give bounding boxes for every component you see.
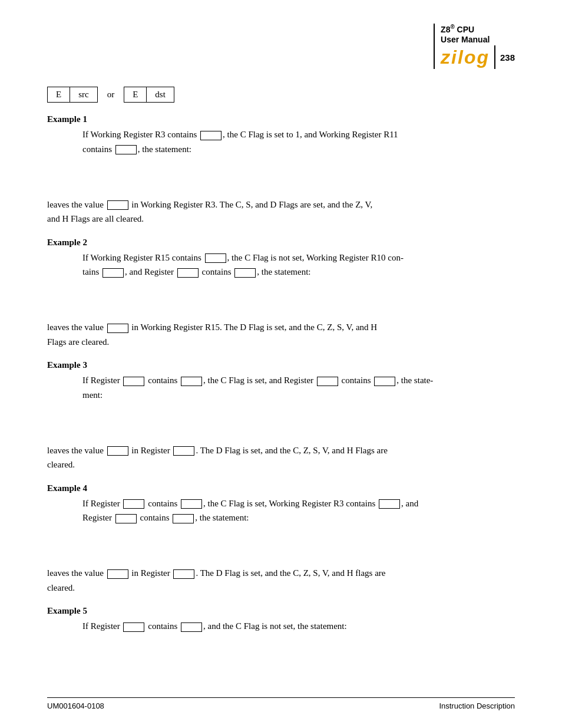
ex1-result-val <box>107 200 128 210</box>
header: Z8® CPU User Manual zilog 238 <box>47 24 515 69</box>
example-3-block: Example 3 If Register contains , the C F… <box>47 360 515 472</box>
example-4-result2: cleared. <box>47 581 515 595</box>
ex4-result-val <box>107 569 128 579</box>
diagram-cell-src: src <box>70 87 97 102</box>
product-name: Z8 <box>441 25 450 34</box>
ex3-val1 <box>181 377 202 386</box>
ex5-reg1 <box>123 622 144 632</box>
example-3-result1: leaves the value in Register . The D Fla… <box>47 444 515 457</box>
ex2-reg <box>177 268 199 278</box>
example-1-code <box>82 162 515 174</box>
header-block: Z8® CPU User Manual zilog 238 <box>434 24 515 69</box>
main-content: Example 1 If Working Register R3 contain… <box>47 114 515 633</box>
example-3-text1: If Register contains , the C Flag is set… <box>82 374 515 387</box>
example-1-block: Example 1 If Working Register R3 contain… <box>47 114 515 226</box>
example-1-heading: Example 1 <box>47 114 515 124</box>
example-2-heading: Example 2 <box>47 238 515 248</box>
footer-section: Instruction Description <box>439 701 515 710</box>
logo-page-row: zilog 238 <box>441 45 515 69</box>
example-4-text2: Register contains , the statement: <box>82 511 515 525</box>
ex4-result-reg <box>173 569 194 579</box>
diagram-cell-e2: E <box>124 87 147 102</box>
example-3-text2: ment: <box>82 388 515 402</box>
header-title: Z8® CPU <box>441 24 515 35</box>
example-4-code <box>82 531 515 543</box>
example-4-block: Example 4 If Register contains , the C F… <box>47 483 515 595</box>
ex3-reg1 <box>123 377 144 386</box>
product-type: CPU <box>457 25 475 34</box>
diagram-cell-dst: dst <box>147 87 174 102</box>
example-2-text2: tains , and Register contains , the stat… <box>82 265 515 279</box>
example-2-code <box>82 285 515 297</box>
diagram-cell-e1: E <box>48 87 70 102</box>
instruction-diagram: E src or E dst <box>47 87 515 103</box>
example-1-text2: contains , the statement: <box>82 143 515 156</box>
manual-label: User Manual <box>441 35 515 44</box>
registered-mark: ® <box>450 24 454 30</box>
ex1-val2 <box>115 145 137 154</box>
ex3-val2 <box>374 377 395 386</box>
ex4-val2 <box>379 499 400 509</box>
ex2-val2 <box>103 268 124 278</box>
example-2-result2: Flags are cleared. <box>47 335 515 349</box>
example-1-result1: leaves the value in Working Register R3.… <box>47 198 515 212</box>
ex3-result-val <box>107 446 128 456</box>
example-2-text1: If Working Register R15 contains , the C… <box>82 251 515 265</box>
ex3-reg2 <box>317 377 338 386</box>
ex2-val3 <box>234 268 256 278</box>
ex4-reg2 <box>115 514 137 523</box>
header-text-block: Z8® CPU User Manual zilog 238 <box>434 24 515 69</box>
zilog-logo: zilog <box>441 47 490 68</box>
page: Z8® CPU User Manual zilog 238 E src or E… <box>0 0 562 728</box>
example-4-result1: leaves the value in Register . The D Fla… <box>47 566 515 580</box>
example-4-code2 <box>82 549 515 561</box>
example-3-code <box>82 407 515 420</box>
ex2-val1 <box>205 253 226 263</box>
example-1-text1: If Working Register R3 contains , the C … <box>82 128 515 141</box>
ex3-result-reg <box>173 446 194 456</box>
example-2-block: Example 2 If Working Register R15 contai… <box>47 238 515 349</box>
example-5-heading: Example 5 <box>47 606 515 616</box>
ex5-val1 <box>181 622 202 632</box>
ex4-val1 <box>181 499 202 509</box>
page-number: 238 <box>494 45 515 69</box>
ex2-result-val <box>107 324 128 333</box>
example-4-text1: If Register contains , the C Flag is set… <box>82 497 515 510</box>
example-3-heading: Example 3 <box>47 360 515 370</box>
example-1-result2: and H Flags are all cleared. <box>47 212 515 226</box>
footer-doc-id: UM001604-0108 <box>47 701 104 710</box>
example-5-block: Example 5 If Register contains , and the… <box>47 606 515 633</box>
diagram-or: or <box>107 90 115 100</box>
ex4-reg1 <box>123 499 144 509</box>
ex1-val1 <box>200 131 222 140</box>
example-3-code2 <box>82 426 515 438</box>
example-1-code2 <box>82 180 515 192</box>
ex4-val3 <box>173 514 194 523</box>
example-2-code2 <box>82 302 515 315</box>
diagram-box-src: E src <box>47 87 98 103</box>
footer: UM001604-0108 Instruction Description <box>47 697 515 710</box>
example-2-result1: leaves the value in Working Register R15… <box>47 321 515 334</box>
diagram-box-dst: E dst <box>124 87 174 103</box>
example-5-text1: If Register contains , and the C Flag is… <box>82 620 515 633</box>
example-4-heading: Example 4 <box>47 483 515 493</box>
example-3-result2: cleared. <box>47 458 515 472</box>
